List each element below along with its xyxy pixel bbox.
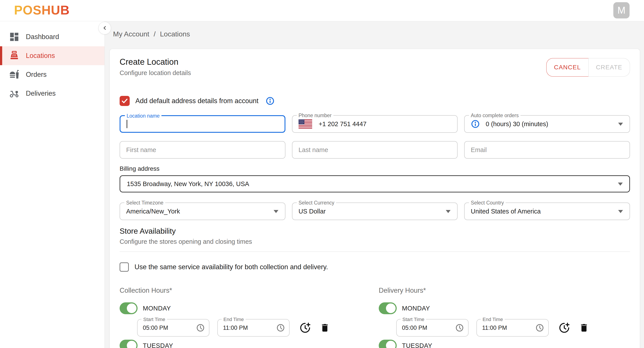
add-time-slot-button[interactable] bbox=[299, 322, 311, 334]
tuesday-toggle[interactable] bbox=[120, 340, 138, 348]
delivery-hours-column: Delivery Hours* MONDAY Start Time 05:00 … bbox=[379, 287, 630, 348]
toggle-knob bbox=[126, 340, 137, 348]
sidebar-item-orders[interactable]: Orders bbox=[0, 65, 104, 84]
clock-icon[interactable] bbox=[196, 323, 205, 332]
country-value: United States of America bbox=[471, 208, 540, 215]
email-input[interactable] bbox=[464, 141, 630, 159]
timezone-value: America/New_York bbox=[126, 208, 180, 215]
start-time-value: 05:00 PM bbox=[143, 324, 168, 331]
caret-down-icon bbox=[274, 210, 278, 213]
default-address-checkbox-label: Add default address details from account bbox=[135, 97, 258, 105]
toggle-knob bbox=[386, 340, 396, 348]
clock-icon[interactable] bbox=[535, 323, 544, 332]
default-address-checkbox[interactable] bbox=[120, 96, 130, 106]
toggle-knob bbox=[386, 303, 396, 313]
sidebar-item-locations[interactable]: Locations bbox=[0, 46, 104, 65]
action-button-group: CANCEL CREATE bbox=[546, 58, 630, 77]
start-time-label: Start Time bbox=[401, 317, 426, 322]
main-content: My Account / Locations Create Location C… bbox=[105, 21, 644, 348]
add-time-slot-button[interactable] bbox=[558, 322, 570, 334]
sidebar-item-dashboard[interactable]: Dashboard bbox=[0, 28, 104, 46]
info-icon[interactable] bbox=[266, 96, 275, 106]
collapse-sidebar-button[interactable] bbox=[98, 22, 111, 35]
chevron-left-icon bbox=[101, 24, 108, 32]
app-header: POSHUB M bbox=[0, 0, 644, 21]
phone-number-field[interactable]: Phone number bbox=[292, 115, 458, 133]
billing-address-value: 1535 Broadway, New York, NY 10036, USA bbox=[127, 180, 249, 188]
monday-toggle[interactable] bbox=[120, 302, 138, 314]
more-time-icon bbox=[299, 331, 311, 334]
text-cursor bbox=[126, 120, 127, 128]
us-flag-icon[interactable] bbox=[298, 119, 312, 129]
store-availability-title: Store Availability bbox=[120, 227, 630, 235]
currency-value: US Dollar bbox=[298, 208, 326, 215]
avatar[interactable]: M bbox=[613, 2, 630, 19]
monday-toggle[interactable] bbox=[379, 302, 397, 314]
day-label: TUESDAY bbox=[143, 342, 173, 348]
caret-down-icon bbox=[446, 210, 450, 213]
caret-down-icon bbox=[618, 183, 623, 186]
page-subtitle: Configure location details bbox=[120, 69, 191, 77]
delete-slot-button[interactable] bbox=[320, 323, 330, 333]
location-name-field[interactable]: Location name bbox=[120, 115, 286, 133]
billing-address-select[interactable]: 1535 Broadway, New York, NY 10036, USA bbox=[120, 175, 630, 193]
caret-down-icon bbox=[618, 210, 623, 213]
location-name-label: Location name bbox=[125, 113, 162, 119]
start-time-value: 05:00 PM bbox=[402, 324, 427, 331]
more-time-icon bbox=[558, 331, 570, 334]
delete-slot-button[interactable] bbox=[579, 323, 589, 333]
cancel-button[interactable]: CANCEL bbox=[546, 58, 588, 77]
hours-section: Collection Hours* MONDAY Start Time 05:0… bbox=[120, 287, 630, 348]
avatar-initial: M bbox=[618, 5, 626, 16]
sidebar-item-deliveries[interactable]: Deliveries bbox=[0, 84, 104, 103]
info-icon[interactable] bbox=[471, 119, 480, 129]
end-time-field[interactable]: End Time 11:00 PM bbox=[217, 319, 290, 336]
caret-down-icon bbox=[618, 123, 623, 126]
same-service-checkbox[interactable] bbox=[120, 262, 129, 272]
end-time-value: 11:00 PM bbox=[223, 324, 248, 331]
autocomplete-orders-label: Auto complete orders bbox=[469, 113, 520, 118]
day-label: MONDAY bbox=[143, 305, 171, 312]
breadcrumb-my-account[interactable]: My Account bbox=[113, 30, 149, 38]
start-time-field[interactable]: Start Time 05:00 PM bbox=[137, 319, 210, 336]
end-time-label: End Time bbox=[481, 317, 505, 322]
trash-icon bbox=[320, 330, 330, 333]
day-label: TUESDAY bbox=[402, 342, 432, 348]
breadcrumb: My Account / Locations bbox=[105, 21, 644, 38]
billing-address-label: Billing address bbox=[120, 165, 630, 172]
country-select[interactable]: Select Country United States of America bbox=[464, 203, 630, 220]
clock-icon[interactable] bbox=[455, 323, 464, 332]
autocomplete-orders-select[interactable]: Auto complete orders 0 (hours) 30 (minut… bbox=[464, 115, 630, 133]
country-label: Select Country bbox=[469, 200, 506, 206]
last-name-input[interactable] bbox=[292, 141, 458, 159]
currency-label: Select Currency bbox=[297, 200, 336, 206]
toggle-knob bbox=[126, 303, 137, 313]
create-button: CREATE bbox=[588, 58, 630, 77]
same-service-checkbox-label: Use the same service availability for bo… bbox=[134, 263, 328, 271]
breadcrumb-separator: / bbox=[154, 30, 156, 38]
start-time-label: Start Time bbox=[142, 317, 167, 322]
breadcrumb-locations: Locations bbox=[160, 30, 190, 38]
first-name-input[interactable] bbox=[120, 141, 286, 159]
check-icon bbox=[121, 97, 128, 105]
trash-icon bbox=[579, 330, 589, 333]
time-slot-row: Start Time 05:00 PM End Time 11:00 PM bbox=[396, 319, 630, 336]
dashboard-icon bbox=[9, 31, 20, 42]
timezone-select[interactable]: Select Timezone America/New_York bbox=[120, 203, 286, 220]
tuesday-toggle[interactable] bbox=[379, 340, 397, 348]
autocomplete-orders-value: 0 (hours) 30 (minutes) bbox=[486, 120, 548, 128]
poshub-logo[interactable]: POSHUB bbox=[14, 3, 70, 17]
cash-register-icon bbox=[9, 50, 20, 61]
sidebar: Dashboard Locations Orders bbox=[0, 21, 105, 348]
end-time-field[interactable]: End Time 11:00 PM bbox=[476, 319, 549, 336]
start-time-field[interactable]: Start Time 05:00 PM bbox=[396, 319, 468, 336]
collection-hours-title: Collection Hours* bbox=[120, 287, 379, 294]
day-label: MONDAY bbox=[402, 305, 430, 312]
page-title: Create Location bbox=[120, 57, 191, 67]
collection-hours-column: Collection Hours* MONDAY Start Time 05:0… bbox=[120, 287, 379, 348]
end-time-label: End Time bbox=[222, 317, 246, 322]
phone-number-value: +1 202 751 4447 bbox=[319, 120, 367, 128]
clock-icon[interactable] bbox=[276, 323, 285, 332]
currency-select[interactable]: Select Currency US Dollar bbox=[292, 203, 458, 220]
phone-number-label: Phone number bbox=[297, 113, 334, 118]
